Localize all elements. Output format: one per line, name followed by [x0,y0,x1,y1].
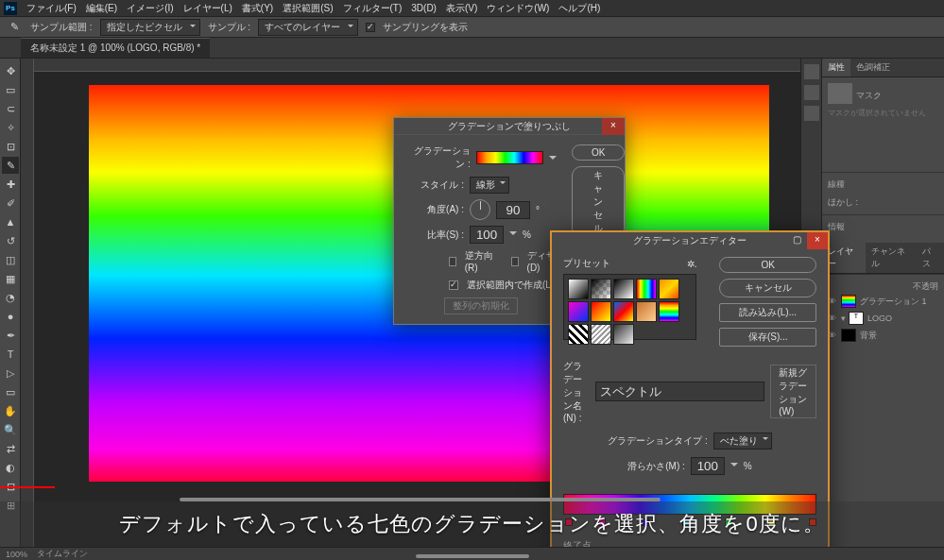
dropdown-icon[interactable] [509,231,517,239]
dock-swatches-icon[interactable] [804,106,819,121]
mask-hint: マスクが選択されていません [828,108,938,118]
angle-input[interactable] [496,201,530,219]
video-scrubber[interactable] [0,488,944,501]
menu-view[interactable]: 表示(V) [446,2,477,15]
move-tool-icon[interactable]: ✥ [2,62,19,79]
dither-checkbox[interactable] [511,257,519,266]
pen-tool-icon[interactable]: ✒ [2,327,19,344]
menu-filter[interactable]: フィルター(T) [343,2,403,15]
properties-tabs: 属性 色調補正 [822,59,944,77]
shape-tool-icon[interactable]: ▭ [2,383,19,400]
preset-swatch[interactable] [613,324,634,345]
tab-properties[interactable]: 属性 [822,59,850,76]
swap-colors-icon[interactable]: ⇄ [2,440,19,457]
blur-tool-icon[interactable]: ◔ [2,289,19,306]
cancel-button[interactable]: キャンセル [719,279,816,297]
ruler-horizontal [34,59,800,72]
type-tool-icon[interactable]: T [2,346,19,363]
ok-button[interactable]: OK [719,257,816,273]
menu-select[interactable]: 選択範囲(S) [283,2,333,15]
tab-channels[interactable]: チャンネル [866,243,917,273]
menu-window[interactable]: ウィンドウ(W) [487,2,549,15]
dock-history-icon[interactable] [804,64,819,79]
dropdown-icon[interactable] [549,156,557,163]
dodge-tool-icon[interactable]: ● [2,308,19,325]
preset-swatch[interactable] [591,279,611,299]
new-gradient-button[interactable]: 新規グラデーション (W) [770,365,816,418]
angle-dial[interactable] [470,199,490,220]
minimize-icon[interactable]: ▢ [786,232,807,249]
preset-swatch[interactable] [591,301,611,322]
eraser-tool-icon[interactable]: ◫ [2,251,19,268]
zoom-tool-icon[interactable]: 🔍 [2,421,19,438]
sample-area-dropdown[interactable]: 指定したピクセル [100,19,200,36]
menu-edit[interactable]: 編集(E) [86,2,117,15]
lasso-tool-icon[interactable]: ⊂ [2,100,19,117]
path-tool-icon[interactable]: ▷ [2,365,19,382]
reset-align-button[interactable]: 整列の初期化 [444,297,518,314]
scale-label: 比率(S) : [405,229,464,242]
menu-layer[interactable]: レイヤー(L) [183,2,232,15]
brush-tool-icon[interactable]: ✐ [2,195,19,212]
style-dropdown[interactable]: 線形 [470,177,509,194]
save-button[interactable]: 保存(S)... [719,328,816,347]
menu-type[interactable]: 書式(Y) [242,2,273,15]
stamp-tool-icon[interactable]: ▲ [2,213,19,230]
gear-icon[interactable]: ✲. [687,259,697,269]
preset-swatch[interactable] [568,279,589,299]
menu-help[interactable]: ヘルプ(H) [558,2,600,15]
zoom-level[interactable]: 100% [6,550,27,559]
layers-tabs: レイヤー チャンネル パス [822,243,944,274]
gradient-preview[interactable] [476,151,543,164]
subtitle-text: デフォルトで入っている七色のグラデーションを選択、角度を0度に。 [119,510,824,538]
angle-label: 角度(A) : [405,203,464,216]
preset-swatch[interactable] [659,279,679,299]
load-button[interactable]: 読み込み(L)... [719,303,816,322]
cancel-button[interactable]: キャンセル [572,166,625,238]
layer-row-gradient[interactable]: 👁グラデーション 1 [828,293,938,310]
heal-tool-icon[interactable]: ✚ [2,176,19,193]
preset-swatch[interactable] [636,301,657,322]
close-icon[interactable]: × [807,232,828,249]
preset-swatch[interactable] [659,301,679,322]
wand-tool-icon[interactable]: ✧ [2,119,19,136]
dropdown-icon[interactable] [730,463,738,470]
eyedropper-tool-icon[interactable]: ✎ [2,157,19,174]
smoothness-input[interactable] [691,457,725,475]
menu-3d[interactable]: 3D(D) [411,3,437,13]
hand-tool-icon[interactable]: ✋ [2,402,19,419]
ok-button[interactable]: OK [572,144,625,161]
layer-row-logo[interactable]: 👁▾TLOGO [828,310,938,327]
timeline-label[interactable]: タイムライン [37,548,88,560]
dock-actions-icon[interactable] [804,85,819,100]
reverse-checkbox[interactable] [449,257,456,266]
preset-swatch[interactable] [568,324,589,345]
gradient-tool-icon[interactable]: ▦ [2,270,19,287]
crop-tool-icon[interactable]: ⊡ [2,138,19,155]
gradient-type-dropdown[interactable]: べた塗り [713,433,772,450]
layer-row-bg[interactable]: 👁背景 [828,327,938,344]
tab-adjustments[interactable]: 色調補正 [850,59,896,76]
history-tool-icon[interactable]: ↺ [2,232,19,249]
preset-swatch[interactable] [636,279,657,299]
preset-swatch[interactable] [613,301,634,322]
sample-dropdown[interactable]: すべてのレイヤー [258,19,358,36]
preset-swatch[interactable] [591,324,611,345]
gradient-name-input[interactable] [595,382,764,401]
marquee-tool-icon[interactable]: ▭ [2,81,19,98]
sample-label: サンプル : [208,21,251,34]
document-tab[interactable]: 名称未設定 1 @ 100% (LOGO, RGB/8) * [21,38,210,58]
foreground-color-icon[interactable]: ◐ [2,459,19,476]
scale-input[interactable] [470,226,504,244]
eyedropper-icon: ✎ [6,19,23,36]
tab-paths[interactable]: パス [917,243,944,273]
preset-swatch[interactable] [568,301,589,322]
menu-image[interactable]: イメージ(I) [127,2,173,15]
subtitle-overlay: デフォルトで入っている七色のグラデーションを選択、角度を0度に。 [0,501,944,547]
close-icon[interactable]: × [602,118,625,135]
preset-swatch[interactable] [613,279,634,299]
show-sampling-checkbox[interactable] [366,23,375,32]
menu-file[interactable]: ファイル(F) [26,2,77,15]
layer-name: グラデーション 1 [860,296,927,308]
align-checkbox[interactable] [449,280,458,290]
